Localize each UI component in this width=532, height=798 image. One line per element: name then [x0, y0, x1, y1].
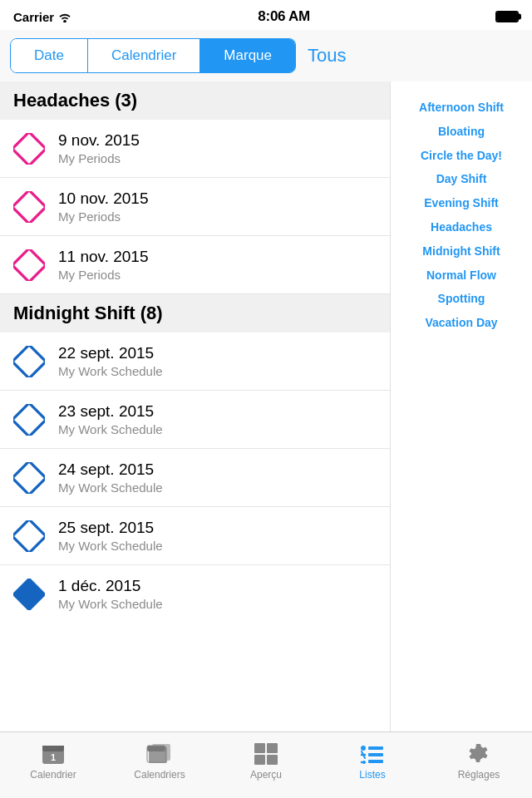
item-calendar: My Periods: [58, 268, 148, 282]
tab-listes-label: Listes: [359, 769, 385, 781]
svg-rect-3: [13, 346, 45, 377]
diamond-pink-icon: [13, 191, 45, 223]
index-item-normal-flow[interactable]: Normal Flow: [423, 266, 500, 285]
index-panel: Afternoon Shift Bloating Circle the Day!…: [391, 81, 532, 735]
tab-listes[interactable]: Listes: [319, 739, 426, 784]
diamond-blue-icon: [13, 462, 45, 494]
segment-control: Date Calendrier Marque: [10, 38, 296, 73]
svg-rect-17: [267, 743, 278, 753]
item-date: 23 sept. 2015: [58, 402, 163, 421]
carrier-label: Carrier: [13, 10, 54, 24]
tab-calendriers[interactable]: Calendriers: [106, 739, 213, 784]
tab-reglages[interactable]: Réglages: [426, 739, 532, 784]
svg-rect-19: [267, 755, 278, 765]
svg-rect-18: [254, 755, 265, 765]
item-calendar: My Work Schedule: [58, 597, 163, 611]
index-item-afternoon-shift[interactable]: Afternoon Shift: [416, 98, 507, 117]
svg-point-20: [361, 746, 366, 751]
tab-apercu[interactable]: Aperçu: [213, 739, 319, 784]
svg-rect-6: [13, 520, 45, 552]
item-calendar: My Work Schedule: [58, 364, 163, 378]
status-bar: Carrier 8:06 AM: [0, 0, 532, 30]
tab-calendriers-label: Calendriers: [134, 769, 185, 781]
item-calendar: My Work Schedule: [58, 539, 163, 553]
tab-bar: 1 Calendrier Calendriers Aperçu: [0, 732, 532, 798]
item-date: 1 déc. 2015: [58, 577, 163, 595]
calendriers-icon: [145, 742, 174, 766]
section-midnight-shift: Midnight Shift (8): [0, 294, 390, 332]
svg-rect-14: [147, 746, 165, 751]
list-icon: [358, 742, 387, 766]
segment-bar: Date Calendrier Marque Tous: [0, 30, 532, 81]
status-time: 8:06 AM: [258, 8, 309, 25]
item-date: 25 sept. 2015: [58, 519, 163, 537]
list-item[interactable]: 23 sept. 2015 My Work Schedule: [0, 391, 390, 449]
list-item[interactable]: 1 déc. 2015 My Work Schedule: [0, 565, 390, 623]
diamond-blue-icon: [13, 404, 45, 436]
item-calendar: My Periods: [58, 209, 148, 224]
svg-rect-10: [42, 746, 64, 749]
index-item-bloating[interactable]: Bloating: [435, 122, 488, 141]
diamond-blue-icon: [13, 520, 45, 552]
list-item[interactable]: 24 sept. 2015 My Work Schedule: [0, 449, 390, 507]
tab-apercu-label: Aperçu: [250, 769, 282, 781]
svg-rect-2: [13, 249, 45, 281]
diamond-blue-icon: [13, 579, 45, 610]
index-item-circle-the-day[interactable]: Circle the Day!: [417, 146, 505, 165]
main-content: Headaches (3) 9 nov. 2015 My Periods 10 …: [0, 81, 532, 735]
segment-marque[interactable]: Marque: [200, 39, 295, 72]
item-date: 24 sept. 2015: [58, 461, 163, 479]
tous-button[interactable]: Tous: [296, 37, 357, 75]
wifi-icon: [57, 11, 72, 22]
item-date: 9 nov. 2015: [58, 131, 140, 150]
grid-icon: [252, 742, 280, 766]
index-item-vacation-day[interactable]: Vacation Day: [421, 313, 500, 332]
index-item-headaches[interactable]: Headaches: [427, 218, 495, 237]
list-panel: Headaches (3) 9 nov. 2015 My Periods 10 …: [0, 81, 391, 735]
segment-calendrier[interactable]: Calendrier: [88, 39, 200, 72]
diamond-blue-icon: [13, 346, 45, 377]
item-calendar: My Work Schedule: [58, 480, 163, 495]
svg-rect-24: [368, 753, 383, 756]
item-date: 22 sept. 2015: [58, 344, 163, 362]
list-item[interactable]: 9 nov. 2015 My Periods: [0, 120, 390, 178]
svg-text:1: 1: [51, 752, 56, 762]
diamond-pink-icon: [13, 133, 45, 165]
calendar-icon: 1: [39, 742, 67, 766]
svg-rect-1: [13, 191, 45, 223]
battery-icon: [495, 11, 519, 22]
tab-calendrier-label: Calendrier: [30, 769, 76, 781]
list-item[interactable]: 11 nov. 2015 My Periods: [0, 236, 390, 294]
item-date: 11 nov. 2015: [58, 248, 148, 266]
tab-calendrier[interactable]: 1 Calendrier: [0, 739, 106, 784]
section-headaches: Headaches (3): [0, 81, 390, 120]
item-calendar: My Periods: [58, 151, 140, 165]
diamond-pink-icon: [13, 249, 45, 281]
svg-rect-21: [368, 746, 383, 750]
item-date: 10 nov. 2015: [58, 190, 148, 208]
index-item-evening-shift[interactable]: Evening Shift: [421, 194, 501, 213]
tab-reglages-label: Réglages: [458, 769, 500, 781]
svg-rect-0: [13, 133, 45, 165]
list-item[interactable]: 25 sept. 2015 My Work Schedule: [0, 507, 390, 565]
gear-icon: [465, 742, 493, 766]
index-item-midnight-shift[interactable]: Midnight Shift: [419, 242, 503, 261]
item-calendar: My Work Schedule: [58, 422, 163, 436]
svg-rect-5: [13, 462, 45, 494]
segment-date[interactable]: Date: [11, 39, 88, 72]
index-item-day-shift[interactable]: Day Shift: [433, 170, 490, 189]
index-item-spotting[interactable]: Spotting: [435, 289, 489, 308]
list-item[interactable]: 10 nov. 2015 My Periods: [0, 178, 390, 236]
svg-rect-27: [368, 760, 383, 763]
list-item[interactable]: 22 sept. 2015 My Work Schedule: [0, 332, 390, 391]
svg-rect-7: [13, 579, 45, 610]
svg-rect-4: [13, 404, 45, 436]
svg-rect-16: [254, 743, 265, 753]
